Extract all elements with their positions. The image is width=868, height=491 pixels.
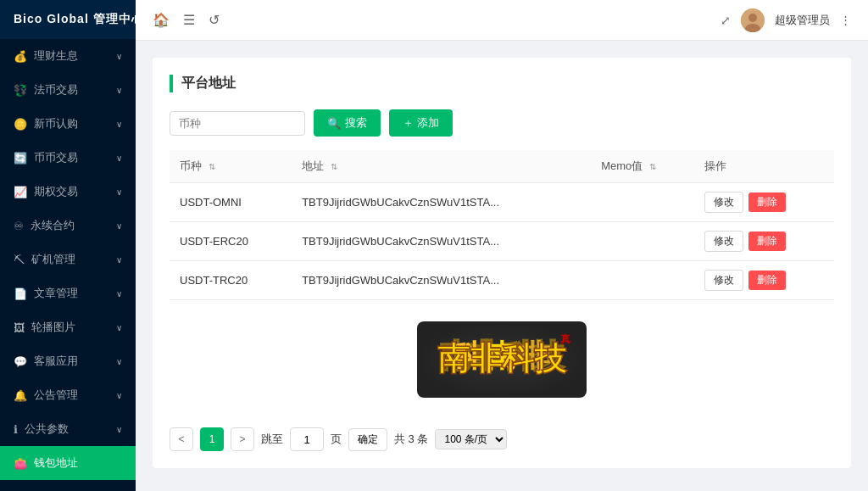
sidebar-label-customer: 客服应用 [34,354,78,369]
page-1-btn[interactable]: 1 [200,427,224,451]
page-jump-input[interactable] [290,427,324,451]
svg-text:真: 真 [560,333,571,345]
chevron-icon-miner: ∨ [116,255,122,265]
avatar [741,8,765,32]
col-coin: 币种 ⇅ [170,150,292,183]
chevron-icon-notice: ∨ [116,391,122,400]
chevron-icon-newcoin: ∨ [116,120,122,129]
sidebar-item-wallet[interactable]: 👛 钱包地址 [0,446,136,480]
cell-memo [591,183,694,222]
pagination: < 1 > 跳至 页 确定 共 3 条 100 条/页 50 条/页 20 条/… [170,427,834,451]
sidebar-item-miner[interactable]: ⛏ 矿机管理 ∨ [0,243,136,276]
page-confirm-btn[interactable]: 确定 [348,428,387,451]
sidebar-item-fiat[interactable]: 💱 法币交易 ∨ [0,73,136,107]
sort-icon-coin: ⇅ [209,162,215,171]
add-button[interactable]: ＋ 添加 [389,109,453,137]
svg-point-1 [748,14,757,22]
sidebar-item-cointrade[interactable]: 🔄 币币交易 ∨ [0,141,136,175]
cointrade-icon: 🔄 [14,152,27,165]
sidebar-item-options[interactable]: 📈 期权交易 ∨ [0,175,136,209]
plus-icon: ＋ [403,115,414,131]
options-icon: 📈 [14,186,27,198]
search-bar: 🔍 搜索 ＋ 添加 [170,109,834,137]
logo-watermark: 南非科技 南 非 科 南非科技 南非科技 真 [170,300,834,410]
cell-coin: USDT-TRC20 [170,261,292,300]
data-table: 币种 ⇅ 地址 ⇅ Memo值 ⇅ 操作 [170,150,834,300]
col-memo: Memo值 ⇅ [591,150,694,183]
cell-address: TBT9JijridGWbUCakvCznSWuV1tSTA... [292,261,591,300]
brand-logo-svg: 南非科技 南 非 科 南非科技 南非科技 真 [409,317,595,402]
page-size-select[interactable]: 100 条/页 50 条/页 20 条/页 [435,429,507,449]
home-icon[interactable]: 🏠 [153,12,170,28]
sidebar-label-finance: 理财生息 [34,48,78,64]
svg-text:南非科技: 南非科技 [437,341,568,377]
table-row: USDT-ERC20 TBT9JijridGWbUCakvCznSWuV1tST… [170,222,834,261]
articles-icon: 📄 [14,287,27,300]
sidebar-label-articles: 文章管理 [34,286,78,301]
table-row: USDT-OMNI TBT9JijridGWbUCakvCznSWuV1tSTA… [170,183,834,222]
search-input[interactable] [170,111,305,136]
sidebar-label-wallet: 钱包地址 [34,455,78,471]
admin-name: 超级管理员 [775,13,830,28]
fiat-icon: 💱 [14,84,27,97]
edit-button[interactable]: 修改 [704,231,743,252]
sidebar-item-customer[interactable]: 💬 客服应用 ∨ [0,344,136,378]
delete-button[interactable]: 删除 [748,271,786,290]
wallet-icon: 👛 [14,457,27,470]
edit-button[interactable]: 修改 [704,192,743,213]
refresh-icon[interactable]: ↺ [209,12,220,28]
content-area: 平台地址 🔍 搜索 ＋ 添加 币种 [136,41,868,491]
sidebar-logo: Bico Global 管理中心 [0,0,136,39]
menu-icon[interactable]: ☰ [183,12,195,28]
cell-coin: USDT-ERC20 [170,222,292,261]
sidebar-label-miner: 矿机管理 [31,252,75,267]
page-label: 页 [331,432,342,447]
finance-icon: 💰 [14,50,27,63]
topbar-right: ⤢ 超级管理员 ⋮ [721,8,851,32]
cell-coin: USDT-OMNI [170,183,292,222]
search-button[interactable]: 🔍 搜索 [314,109,381,137]
chevron-icon-customer: ∨ [116,357,122,366]
perpetual-icon: ♾ [14,220,24,232]
notice-icon: 🔔 [14,389,27,402]
sidebar-item-newcoin[interactable]: 🪙 新币认购 ∨ [0,107,136,141]
sidebar-label-newcoin: 新币认购 [34,116,78,131]
newcoin-icon: 🪙 [14,118,27,131]
sidebar-item-params[interactable]: ℹ 公共参数 ∨ [0,412,136,446]
chevron-icon-perpetual: ∨ [116,221,122,231]
jump-label: 跳至 [261,432,283,447]
sidebar-item-perpetual[interactable]: ♾ 永续合约 ∨ [0,209,136,243]
sidebar-item-articles[interactable]: 📄 文章管理 ∨ [0,276,136,310]
more-icon[interactable]: ⋮ [840,14,851,26]
table-row: USDT-TRC20 TBT9JijridGWbUCakvCznSWuV1tST… [170,261,834,300]
chevron-icon-fiat: ∨ [116,86,122,95]
sidebar-label-fiat: 法币交易 [34,82,78,98]
cell-ops: 修改 删除 [694,222,834,261]
chevron-icon: ∨ [116,52,122,61]
page-title: 平台地址 [170,75,834,92]
delete-button[interactable]: 删除 [748,232,786,251]
sidebar-label-params: 公共参数 [25,421,69,437]
carousel-icon: 🖼 [14,321,25,334]
sidebar-label-perpetual: 永续合约 [31,218,75,233]
sidebar-item-notice[interactable]: 🔔 公告管理 ∨ [0,378,136,412]
fullscreen-icon[interactable]: ⤢ [721,14,731,27]
delete-button[interactable]: 删除 [748,192,786,212]
cell-memo [591,261,694,300]
cell-address: TBT9JijridGWbUCakvCznSWuV1tSTA... [292,222,591,261]
sidebar-item-carousel[interactable]: 🖼 轮播图片 ∨ [0,310,136,344]
sort-icon-memo: ⇅ [649,162,656,171]
next-page-btn[interactable]: > [231,427,254,451]
topbar: 🏠 ☰ ↺ ⤢ 超级管理员 ⋮ [136,0,868,41]
cell-memo [591,222,694,261]
col-address: 地址 ⇅ [292,150,591,183]
customer-icon: 💬 [14,355,27,368]
sidebar-label-cointrade: 币币交易 [34,150,78,165]
sidebar-label-notice: 公告管理 [34,388,78,403]
sidebar-item-finance[interactable]: 💰 理财生息 ∨ [0,39,136,73]
cell-ops: 修改 删除 [694,261,834,300]
edit-button[interactable]: 修改 [704,270,743,291]
chevron-icon-carousel: ∨ [116,323,122,332]
prev-page-btn[interactable]: < [170,427,193,451]
total-count: 共 3 条 [394,432,428,447]
